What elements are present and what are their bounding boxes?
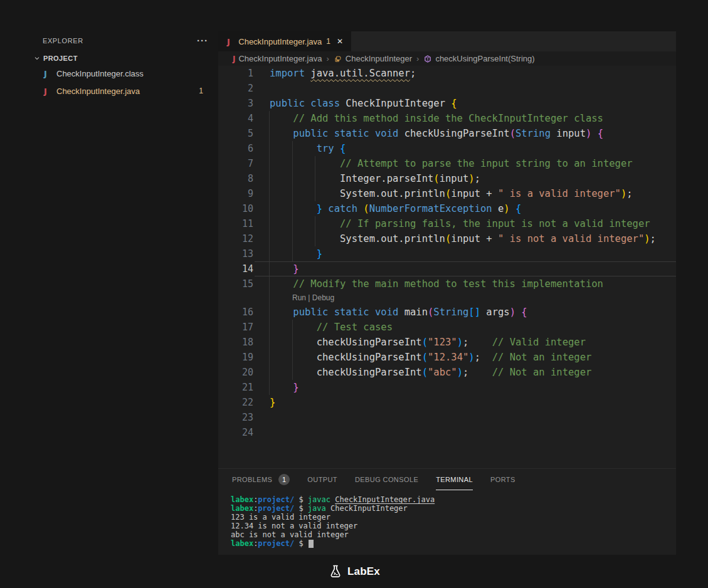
code-token: public static void [293, 307, 404, 318]
line-number: 7 [218, 156, 253, 171]
line-number: 3 [218, 96, 253, 111]
close-icon[interactable]: ✕ [335, 36, 345, 46]
line-number: 12 [218, 231, 253, 246]
line-content: checkUsingParseInt("abc"); // Not an int… [253, 365, 591, 380]
code-token: ; [650, 233, 656, 244]
code-token: [] [468, 307, 480, 318]
code-token [270, 278, 293, 290]
code-token [591, 128, 597, 139]
code-line-20: 20 checkUsingParseInt("abc"); // Not an … [218, 365, 676, 380]
code-line-7: 7 // Attempt to parse the input string t… [218, 156, 676, 171]
labex-flask-icon [328, 564, 343, 579]
code-token: ( [433, 173, 439, 184]
line-number: 14 [218, 261, 253, 276]
terminal-line-5: abc is not a valid integer [231, 530, 676, 539]
code-token [270, 322, 317, 333]
code-line-24: 24 [218, 425, 676, 440]
code-token: ) [510, 307, 515, 318]
line-content: } [253, 246, 322, 261]
file-list: JCheckInputInteger.classJCheckInputInteg… [0, 65, 218, 100]
breadcrumb: JCheckInputInteger.java›CheckInputIntege… [218, 51, 676, 66]
panel-tab-terminal[interactable]: TERMINAL [436, 469, 473, 490]
code-token [270, 158, 340, 169]
terminal-cursor [309, 540, 314, 548]
run-codelens-link[interactable]: Run [292, 293, 306, 302]
code-token: ( [422, 337, 428, 348]
code-line-19: 19 checkUsingParseInt("12.34"); // Not a… [218, 350, 676, 365]
code-token: { [340, 143, 346, 154]
code-token [270, 307, 293, 318]
terminal-output[interactable]: labex:project/ $ javac CheckInputInteger… [218, 490, 676, 548]
code-token: ( [510, 128, 515, 139]
terminal-token: $ [294, 495, 308, 504]
breadcrumb-item-1[interactable]: JCheckInputInteger.java [233, 54, 322, 63]
code-line-17: 17 // Test cases [218, 320, 676, 335]
breadcrumb-separator-icon: › [326, 54, 329, 63]
line-content: } [253, 380, 299, 395]
code-token [270, 263, 293, 275]
codelens-separator: | [306, 293, 312, 302]
code-token: // Not an integer [492, 352, 592, 363]
code-token: "abc" [428, 367, 457, 378]
line-number: 1 [218, 66, 253, 81]
line-number: 19 [218, 350, 253, 365]
line-number: 11 [218, 216, 253, 231]
breadcrumb-item-2[interactable]: CheckInputInteger [334, 54, 412, 63]
line-content: checkUsingParseInt("12.34"); // Not an i… [253, 350, 591, 365]
code-token: } [270, 397, 275, 408]
tab-checkinputinteger-java[interactable]: J CheckInputInteger.java 1 ✕ [218, 31, 351, 51]
code-line-13: 13 } [218, 246, 676, 261]
terminal-line-4: 12.34 is not a valid integer [231, 522, 676, 530]
debug-codelens-link[interactable]: Debug [312, 293, 334, 302]
breadcrumb-label: CheckInputInteger.java [238, 54, 322, 63]
line-number: 18 [218, 335, 253, 350]
line-number: 21 [218, 380, 253, 395]
panel-tab-label: PORTS [490, 476, 515, 483]
code-token: java.util.Scanner [310, 68, 410, 79]
code-line-5: 5 public static void checkUsingParseInt(… [218, 126, 676, 141]
code-lines: 1import java.util.Scanner;23public class… [218, 66, 676, 440]
code-token: ; [410, 68, 416, 79]
more-actions-icon[interactable]: ··· [197, 38, 208, 44]
code-token: " is a valid integer" [498, 188, 621, 199]
line-number: 17 [218, 320, 253, 335]
terminal-token: project/ [258, 504, 294, 513]
code-token: { [451, 98, 457, 109]
line-number: 10 [218, 201, 253, 216]
line-content: Integer.parseInt(input); [253, 171, 480, 186]
file-row-checkinputinteger-java[interactable]: JCheckInputInteger.java1 [0, 82, 218, 100]
editor-tabbar: J CheckInputInteger.java 1 ✕ [218, 31, 676, 51]
panel-tab-ports[interactable]: PORTS [490, 469, 515, 490]
java-file-icon: J [44, 87, 53, 96]
panel-tab-output[interactable]: OUTPUT [307, 469, 337, 490]
code-token: "123" [428, 337, 457, 348]
code-line-4: 4 // Add this method inside the CheckInp… [218, 111, 676, 126]
code-token: // Add this method inside the CheckInput… [293, 113, 603, 124]
editor-group: J CheckInputInteger.java 1 ✕ JCheckInput… [218, 31, 676, 555]
project-folder-row[interactable]: PROJECT [33, 55, 78, 62]
line-content: } catch (NumberFormatException e) { [253, 201, 521, 216]
explorer-sidebar: EXPLORER ··· PROJECT JCheckInputInteger.… [0, 0, 218, 555]
breadcrumb-item-3[interactable]: checkUsingParseInt(String) [423, 54, 534, 63]
code-line-21: 21 } [218, 380, 676, 395]
bottom-panel: PROBLEMS1OUTPUTDEBUG CONSOLETERMINALPORT… [218, 468, 676, 555]
line-content: // Attempt to parse the input string to … [253, 156, 633, 171]
code-token: ) [468, 352, 474, 363]
line-content: System.out.println(input + " is not a va… [253, 231, 656, 246]
panel-tab-problems[interactable]: PROBLEMS1 [232, 469, 290, 490]
panel-tab-debug-console[interactable]: DEBUG CONSOLE [355, 469, 418, 490]
code-token: catch [328, 203, 357, 214]
line-number: 8 [218, 171, 253, 186]
line-content: // Add this method inside the CheckInput… [253, 111, 603, 126]
code-token: System.out.println [270, 188, 445, 199]
code-token: main [404, 307, 428, 318]
file-row-checkinputinteger-class[interactable]: JCheckInputInteger.class [0, 65, 218, 82]
code-line-10: 10 } catch (NumberFormatException e) { [218, 201, 676, 216]
code-token: ; [475, 173, 480, 184]
code-token: String [433, 307, 468, 318]
code-token: // Test cases [317, 322, 393, 333]
code-token: } [293, 263, 299, 275]
code-editor[interactable]: 1import java.util.Scanner;23public class… [218, 66, 676, 468]
terminal-token: labex [231, 539, 253, 548]
terminal-token: javac [308, 495, 335, 504]
